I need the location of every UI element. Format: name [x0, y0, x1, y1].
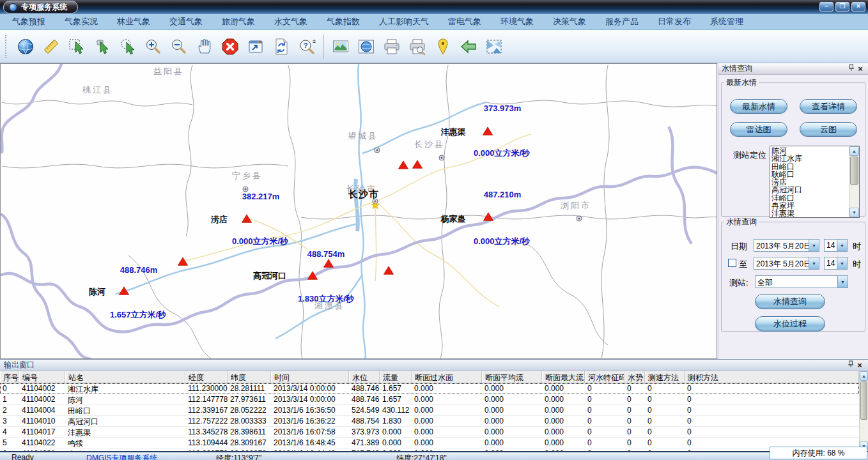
station-marker-triangle[interactable] [323, 259, 334, 268]
stop-button[interactable] [217, 33, 243, 61]
list-item[interactable]: 高冠河口 [771, 186, 849, 194]
overview-map-button[interactable] [481, 33, 507, 61]
menu-item-14[interactable]: 系统管理 [701, 16, 753, 27]
column-header[interactable]: 站名 [65, 371, 185, 383]
pan-button[interactable] [192, 33, 217, 61]
combo-arrow-icon[interactable]: ▼ [837, 240, 847, 251]
menu-item-1[interactable]: 气象预报 [3, 16, 55, 27]
menu-item-10[interactable]: 环境气象 [491, 16, 543, 27]
scroll-up-icon[interactable]: ▲ [860, 371, 868, 381]
identify-button[interactable]: ?± [294, 33, 320, 61]
table-row[interactable]: 241104004田峪口112.33916728.0522222013/1/6 … [0, 405, 859, 416]
menu-item-2[interactable]: 气象实况 [55, 16, 107, 27]
zoom-in-button[interactable] [141, 33, 166, 61]
menu-item-13[interactable]: 日常发布 [648, 16, 701, 27]
menu-item-4[interactable]: 交通气象 [160, 16, 212, 27]
latest-water-button[interactable]: 最新水情 [730, 99, 787, 114]
go-back-button[interactable] [456, 33, 481, 61]
column-header[interactable]: 水位 [349, 371, 380, 383]
export-image-button[interactable] [328, 33, 353, 61]
scroll-down-icon[interactable]: ▼ [849, 208, 859, 217]
column-header[interactable]: 断面过水面 [412, 371, 482, 383]
table-scrollbar[interactable]: ▲ ▼ [859, 371, 868, 451]
table-row[interactable]: 441104017沣惠渠113.34527828.3986112013/1/6 … [0, 427, 859, 438]
refresh-button[interactable] [268, 33, 294, 61]
to-checkbox[interactable] [728, 259, 736, 267]
station-marker-triangle[interactable] [242, 215, 252, 223]
menu-item-9[interactable]: 雷电气象 [438, 16, 491, 27]
combo-arrow-icon[interactable]: ▼ [837, 276, 848, 288]
measure-tool-button[interactable] [38, 33, 64, 61]
column-header[interactable]: 编号 [19, 371, 65, 383]
combo-arrow-icon[interactable]: ▼ [809, 257, 819, 269]
table-row[interactable]: 541104022鸣犊113.10944428.3091672013/1/6 1… [0, 438, 859, 448]
pin-icon[interactable] [846, 360, 855, 370]
menu-item-5[interactable]: 旅游气象 [212, 16, 265, 27]
menu-item-3[interactable]: 林业气象 [107, 16, 160, 27]
select-circle-button[interactable] [115, 33, 141, 61]
menu-item-8[interactable]: 人工影响天气 [369, 16, 438, 27]
menu-item-6[interactable]: 水文气象 [265, 16, 317, 27]
station-marker-triangle[interactable] [483, 213, 493, 221]
station-marker-triangle[interactable] [178, 257, 188, 266]
station-marker-triangle[interactable] [412, 160, 422, 169]
list-item[interactable]: 湘江水库 [771, 155, 849, 162]
select-features-button[interactable] [64, 33, 89, 61]
map-canvas[interactable]: 益阳县桃江县宁乡县望城县长沙县浏阳市湘潭县长沙市长沙市沣惠渠涝店陈河高冠河口杨家… [0, 63, 717, 359]
menu-item-12[interactable]: 服务产品 [596, 16, 648, 27]
close-button[interactable]: × [851, 2, 865, 12]
scroll-thumb[interactable] [850, 157, 858, 185]
column-header[interactable]: 纬度 [228, 371, 271, 383]
menu-item-11[interactable]: 决策气象 [543, 16, 596, 27]
station-listbox[interactable]: 陈河湘江水库田峪口耿峪口涝店高冠河口沣峪口冉家坪沣惠渠 ▲ ▼ [770, 146, 860, 218]
water-query-button[interactable]: 水情查询 [755, 294, 825, 309]
cloud-image-button[interactable]: 云图 [800, 122, 857, 137]
column-header[interactable]: 水势 [624, 371, 645, 383]
scroll-up-icon[interactable]: ▲ [849, 146, 859, 156]
print-button[interactable] [379, 33, 405, 61]
radar-chart-button[interactable]: 雷达图 [730, 122, 787, 137]
panel-close-icon[interactable]: × [856, 64, 865, 73]
column-header[interactable]: 序号 [0, 371, 19, 383]
combo-arrow-icon[interactable]: ▼ [837, 257, 847, 269]
pin-icon[interactable] [847, 64, 856, 73]
minimize-button[interactable]: – [819, 2, 833, 12]
date-from-combo[interactable]: 2013年 5月20日▼ [754, 239, 819, 252]
combo-arrow-icon[interactable]: ▼ [809, 240, 819, 251]
scroll-thumb[interactable] [860, 381, 867, 420]
date-to-combo[interactable]: 2013年 5月20日▼ [754, 257, 819, 270]
column-header[interactable]: 流量 [380, 371, 412, 383]
zoom-out-button[interactable] [166, 33, 192, 61]
water-level-process-button[interactable]: 水位过程 [755, 316, 825, 332]
column-header[interactable]: 经度 [185, 371, 228, 383]
column-header[interactable]: 断面最大流 [542, 371, 585, 383]
table-row[interactable]: 141104002陈河112.14777827.9736112013/3/14 … [0, 394, 859, 405]
toolbar-grip[interactable] [5, 35, 8, 58]
menu-item-7[interactable]: 气象指数 [317, 16, 369, 27]
column-header[interactable]: 测积方法 [685, 371, 859, 383]
hour-from-combo[interactable]: 14▼ [824, 239, 848, 252]
globe-tool-button[interactable] [13, 33, 38, 61]
column-header[interactable]: 河水特征码 [585, 371, 624, 383]
print-preview-button[interactable] [405, 33, 430, 61]
station-combo[interactable]: 全部▼ [755, 275, 848, 288]
save-map-button[interactable] [353, 33, 379, 61]
maximize-button[interactable]: ❐ [835, 2, 849, 12]
listbox-scrollbar[interactable]: ▲ ▼ [849, 146, 859, 217]
station-marker-triangle[interactable] [384, 266, 394, 275]
column-header[interactable]: 测速方法 [645, 371, 685, 383]
column-header[interactable]: 时间 [271, 371, 349, 383]
view-details-button[interactable]: 查看详情 [800, 99, 857, 114]
table-row[interactable]: 041104002湘江水库111.23000028.2811112013/3/1… [0, 383, 859, 394]
locate-pin-button[interactable] [430, 33, 456, 61]
station-marker-triangle[interactable] [307, 272, 318, 280]
station-marker-triangle[interactable] [483, 127, 493, 135]
station-marker-triangle[interactable] [398, 161, 408, 169]
output-close-icon[interactable]: × [855, 360, 864, 370]
select-element-button[interactable] [89, 33, 115, 61]
column-header[interactable]: 断面平均流 [482, 371, 542, 383]
table-row[interactable]: 341104010高冠河口112.75722228.0033332013/1/6… [0, 416, 859, 427]
full-extent-button[interactable] [243, 33, 268, 61]
station-marker-triangle[interactable] [119, 287, 129, 295]
hour-to-combo[interactable]: 14▼ [824, 257, 848, 270]
